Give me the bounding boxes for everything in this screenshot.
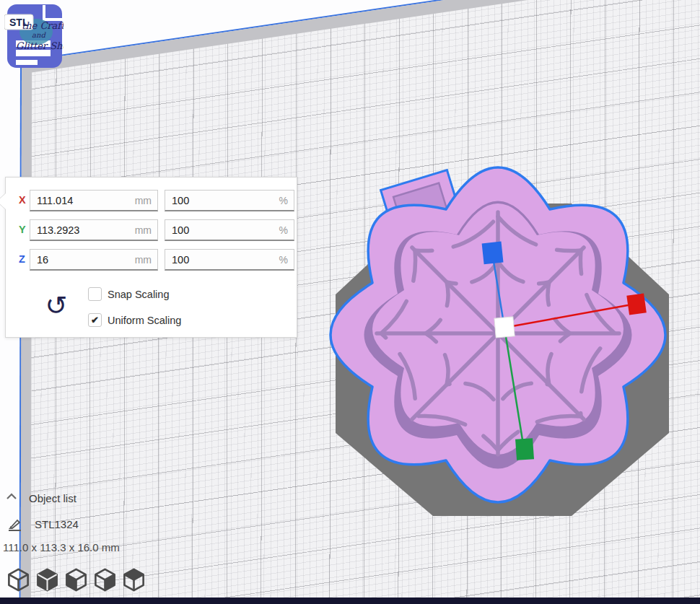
slicer-viewport: STL the Crafts and Glitter Shop X mm % Y [0, 0, 700, 604]
uniform-scaling-label: Uniform Scaling [108, 315, 181, 326]
right-view-icon[interactable] [92, 567, 118, 592]
scale-y-percent-input[interactable] [165, 219, 294, 241]
shop-logo: STL the Crafts and Glitter Shop [4, 3, 64, 71]
object-dimensions: 111.0 x 113.3 x 16.0 mm [3, 541, 120, 553]
snap-scaling-label: Snap Scaling [108, 289, 169, 300]
rename-pencil-icon[interactable] [7, 517, 23, 533]
axis-y-label: Y [19, 224, 30, 235]
scale-x-percent-input[interactable] [165, 190, 294, 211]
center-scale-handle[interactable] [494, 317, 515, 338]
z-scale-handle[interactable] [482, 242, 504, 265]
scale-x-mm-input[interactable] [30, 190, 158, 211]
uniform-scaling-checkbox[interactable]: ✔ [88, 313, 102, 327]
3d-view-icon[interactable] [6, 567, 31, 592]
object-name[interactable]: STL1324 [35, 518, 79, 530]
scale-z-percent-input[interactable] [165, 249, 294, 271]
y-scale-handle[interactable] [515, 438, 534, 460]
object-list-label[interactable]: Object list [29, 492, 76, 504]
reset-scale-button[interactable]: ↺ [42, 292, 71, 323]
left-view-icon[interactable] [64, 567, 89, 592]
scale-z-mm-input[interactable] [30, 249, 158, 271]
scale-tool-panel: X mm % Y mm % Z mm [5, 177, 297, 338]
front-view-icon[interactable] [35, 567, 60, 592]
x-scale-handle[interactable] [626, 293, 647, 315]
snap-scaling-checkbox[interactable] [88, 287, 102, 301]
top-view-icon[interactable] [121, 567, 146, 592]
scale-y-mm-input[interactable] [30, 219, 158, 241]
svg-text:the Crafts: the Crafts [22, 20, 64, 31]
svg-text:and: and [32, 31, 46, 39]
axis-x-label: X [19, 194, 30, 206]
axis-z-label: Z [19, 253, 30, 265]
bottom-bar [0, 598, 700, 604]
model-spiderweb-mold[interactable] [302, 160, 695, 517]
camera-view-toolbar [6, 567, 146, 593]
panel-callout-notch [0, 193, 6, 209]
svg-text:Glitter Shop: Glitter Shop [16, 40, 64, 51]
collapse-chevron-icon[interactable] [6, 492, 17, 501]
